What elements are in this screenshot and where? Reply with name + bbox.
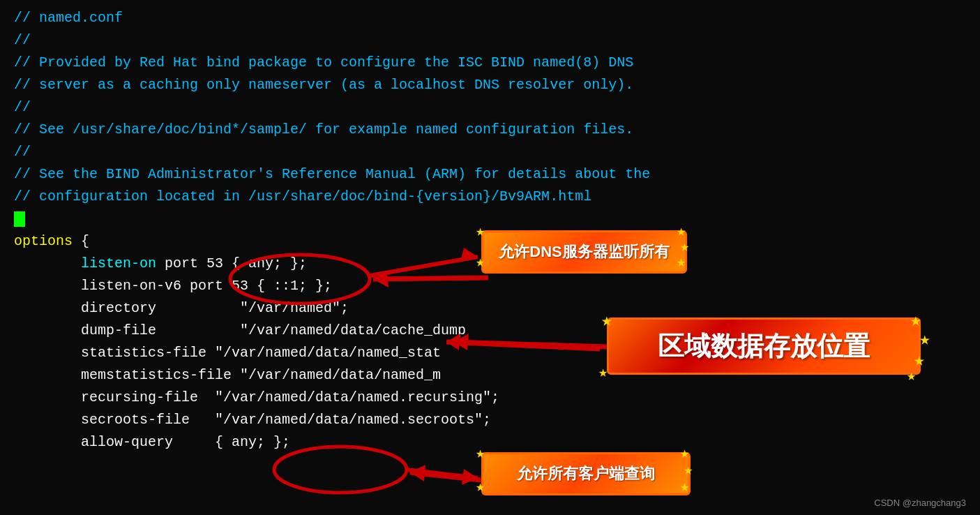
- code-line-recursing: recursing-file "/var/named/data/named.re…: [14, 387, 966, 409]
- banner-dns-listen: 允许DNS服务器监听所有: [481, 230, 687, 274]
- code-line-4: // server as a caching only nameserver (…: [14, 74, 966, 96]
- svg-line-12: [410, 472, 481, 480]
- banner-allow-query: 允许所有客户端查询: [481, 452, 691, 495]
- banner-zone-data: 区域数据存放位置: [607, 318, 921, 375]
- banner-dns-listen-text: 允许DNS服务器监听所有: [499, 241, 669, 262]
- star4: ★: [476, 222, 485, 241]
- code-line-dir: directory "/var/named";: [14, 297, 966, 320]
- star3: ★: [677, 253, 686, 271]
- code-line-cursor: [14, 208, 966, 230]
- code-line-3: // Provided by Red Hat bind package to c…: [14, 52, 966, 74]
- code-line-8: // See the BIND Administrator's Referenc…: [14, 163, 966, 186]
- star13: ★: [684, 461, 693, 479]
- star7: ★: [919, 328, 930, 350]
- code-line-1: // named.conf: [14, 7, 966, 29]
- code-line-listenv6: listen-on-v6 port 53 { ::1; };: [14, 275, 966, 297]
- code-line-6: // See /usr/share/doc/bind*/sample/ for …: [14, 119, 966, 141]
- csdn-credit: CSDN @zhangchang3: [874, 498, 966, 508]
- star12: ★: [680, 444, 689, 463]
- code-line-7: //: [14, 141, 966, 163]
- code-line-allowquery: allow-query { any; };: [14, 431, 966, 454]
- star11: ★: [598, 363, 608, 382]
- banner-zone-data-text: 区域数据存放位置: [658, 329, 870, 364]
- code-line-9: // configuration located in /usr/share/d…: [14, 186, 966, 208]
- star14: ★: [680, 477, 689, 496]
- svg-marker-13: [410, 465, 425, 482]
- code-line-2: //: [14, 29, 966, 52]
- star15: ★: [476, 444, 485, 463]
- code-line-secroots: secroots-file "/var/named/data/named.sec…: [14, 409, 966, 431]
- svg-line-6: [407, 470, 478, 478]
- banner-allow-query-text: 允许所有客户端查询: [517, 463, 655, 484]
- star9: ★: [907, 366, 916, 385]
- star5: ★: [476, 253, 485, 271]
- code-line-5: //: [14, 96, 966, 119]
- star16: ★: [476, 477, 485, 496]
- star10: ★: [601, 309, 612, 331]
